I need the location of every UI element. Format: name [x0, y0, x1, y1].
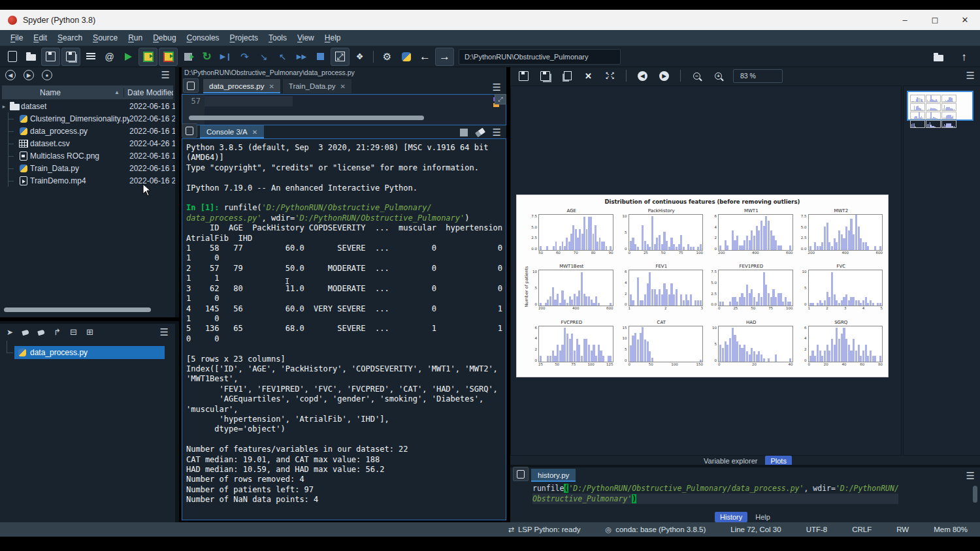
run-cell-button[interactable]	[139, 48, 157, 66]
files-horizontal-scrollbar[interactable]	[4, 307, 151, 312]
maximize-pane-button[interactable]: ⤢	[331, 48, 350, 66]
parent-directory-button[interactable]: ●	[42, 70, 52, 80]
forward-button[interactable]: →	[435, 48, 454, 66]
run-file-button[interactable]	[120, 48, 137, 65]
tab-history-py[interactable]: history.py	[531, 469, 576, 482]
close-tab-icon[interactable]: ✕	[340, 83, 346, 90]
pythonpath-manager-button[interactable]	[397, 48, 415, 65]
expand-arrow-icon[interactable]: ▸	[0, 103, 8, 110]
next-directory-button[interactable]: ▶	[24, 70, 34, 80]
editor-code-area[interactable]: 57 ⤢	[182, 94, 506, 125]
save-all-button[interactable]	[61, 48, 80, 66]
menu-projects[interactable]: Projects	[225, 31, 263, 44]
go-to-cursor-icon[interactable]: ➤	[7, 328, 13, 337]
outline-selected-item[interactable]: data_process.py	[14, 346, 165, 359]
column-name[interactable]: Name	[2, 88, 114, 97]
plot-thumbnail[interactable]	[907, 91, 973, 121]
file-row[interactable]: dataset.csv2022-04-26 1	[0, 137, 175, 150]
folder-icon	[8, 102, 21, 110]
save-plot-button[interactable]	[515, 67, 532, 84]
back-button[interactable]: ←	[416, 48, 434, 65]
working-directory-combo[interactable]: D:\PythonRUN\Obstructive_Pulmonary	[459, 49, 621, 65]
open-file-button[interactable]	[22, 48, 40, 65]
close-button[interactable]: ✕	[950, 10, 980, 30]
zoom-in-button[interactable]: +	[710, 67, 727, 84]
remove-variables-icon[interactable]	[475, 128, 485, 138]
show-classes-icon[interactable]	[22, 328, 29, 337]
menu-file[interactable]: File	[5, 31, 28, 44]
previous-plot-button[interactable]: ◀	[634, 67, 651, 84]
plots-options-icon[interactable]: ☰	[966, 70, 975, 82]
column-date-modified[interactable]: Date Modified	[123, 88, 173, 97]
history-options-icon[interactable]: ☰	[966, 470, 975, 482]
tab-console-3a[interactable]: Console 3/A ✕	[200, 125, 264, 138]
menu-source[interactable]: Source	[88, 31, 123, 44]
outline-options-icon[interactable]: ☰	[160, 326, 169, 338]
browse-tabs-button[interactable]	[513, 467, 529, 481]
debug-file-button[interactable]: ▶❙	[217, 48, 235, 65]
new-file-button[interactable]	[3, 48, 21, 65]
save-file-button[interactable]	[41, 48, 60, 66]
close-tab-icon[interactable]: ✕	[252, 129, 257, 136]
next-plot-button[interactable]: ▶	[655, 67, 673, 84]
previous-directory-button[interactable]: ◀	[5, 70, 16, 80]
browse-tabs-button[interactable]	[182, 123, 197, 138]
browse-tabs-button[interactable]	[183, 78, 199, 93]
browse-working-directory-button[interactable]	[930, 48, 947, 65]
save-all-plots-button[interactable]	[536, 67, 554, 84]
follow-cursor-icon[interactable]: ↱	[54, 328, 61, 337]
debug-stop-button[interactable]	[312, 48, 329, 65]
step-return-button[interactable]: ↖	[274, 48, 291, 65]
menu-help[interactable]: Help	[319, 31, 346, 44]
file-name: data_process.py	[30, 127, 129, 136]
find-symbol-button[interactable]: @	[101, 48, 118, 65]
copy-plot-button[interactable]	[558, 67, 576, 84]
minimize-button[interactable]: –	[890, 10, 920, 30]
tab-help[interactable]: Help	[750, 512, 776, 522]
tab-train-data[interactable]: Train_Data.py ✕	[282, 78, 352, 93]
maximize-button[interactable]: ◻	[920, 10, 950, 30]
history-code[interactable]: runfile('D:/PythonRUN/Obstructive_Pulmon…	[510, 483, 980, 509]
expand-all-icon[interactable]: ⊞	[86, 328, 93, 337]
split-editor-icon[interactable]: ⤢	[495, 94, 506, 104]
fit-plot-button[interactable]: ↖ ↗↙ ↘	[601, 67, 619, 84]
remove-plot-button[interactable]: ✕	[580, 67, 597, 84]
menu-view[interactable]: View	[292, 31, 319, 44]
zoom-level-box[interactable]: 83 %	[733, 69, 783, 83]
history-scrollbar[interactable]	[973, 486, 977, 503]
files-column-header[interactable]: Name ▲ Date Modified	[1, 85, 174, 100]
file-row[interactable]: Multiclass ROC.png2022-06-16 1	[0, 150, 175, 162]
editor-options-icon[interactable]: ☰	[493, 82, 501, 93]
file-row[interactable]: Clustering_Dimensionality.py2022-06-16 2	[0, 112, 175, 125]
run-selection-button[interactable]	[179, 48, 197, 65]
zoom-out-button[interactable]: −	[688, 67, 706, 84]
menu-debug[interactable]: Debug	[148, 31, 181, 44]
menu-consoles[interactable]: Consoles	[182, 31, 225, 44]
file-row[interactable]: Train_Data.py2022-06-16 1	[0, 162, 175, 174]
rerun-script-button[interactable]: ↻	[198, 48, 216, 65]
file-row[interactable]: ▸dataset2022-06-16 1	[0, 100, 175, 112]
tab-data-process[interactable]: data_process.py ✕	[203, 78, 281, 93]
show-functions-icon[interactable]	[38, 328, 44, 337]
console-output-area[interactable]: Python 3.8.5 (default, Sep 3 2020, 21:29…	[182, 138, 506, 520]
menu-search[interactable]: Search	[52, 31, 88, 44]
collapse-all-icon[interactable]: ⊟	[70, 328, 77, 337]
editor-horizontal-scrollbar[interactable]	[189, 116, 424, 120]
close-tab-icon[interactable]: ✕	[269, 83, 274, 90]
fullscreen-button[interactable]: ❖	[351, 48, 368, 65]
menu-run[interactable]: Run	[123, 31, 148, 44]
files-options-icon[interactable]: ☰	[161, 69, 170, 81]
print-file-button[interactable]	[82, 48, 99, 65]
step-over-button[interactable]: ↷	[236, 48, 253, 65]
preferences-button[interactable]: ⚙	[378, 48, 396, 65]
console-options-icon[interactable]: ☰	[493, 127, 501, 138]
tab-history[interactable]: History	[715, 512, 747, 522]
interrupt-kernel-icon[interactable]	[460, 129, 468, 136]
step-into-button[interactable]: ↘	[255, 48, 272, 65]
menu-tools[interactable]: Tools	[263, 31, 292, 44]
menu-edit[interactable]: Edit	[28, 31, 52, 44]
file-row[interactable]: data_process.py2022-06-16 1	[0, 125, 175, 137]
parent-directory-button[interactable]: ↑	[955, 48, 973, 65]
debug-continue-button[interactable]: ▶▶	[293, 48, 310, 65]
rerun-cell-button[interactable]	[159, 48, 178, 66]
